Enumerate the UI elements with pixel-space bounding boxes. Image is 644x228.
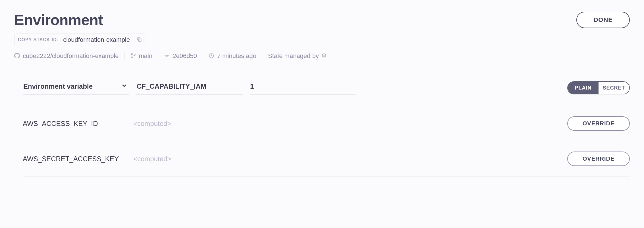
state-item: State managed by — [268, 52, 327, 60]
separator — [203, 52, 203, 60]
page-title: Environment — [14, 11, 103, 28]
env-var-value: <computed> — [133, 120, 560, 128]
var-type-value: Environment variable — [23, 80, 129, 94]
var-name-input[interactable] — [136, 80, 243, 94]
branch-link[interactable]: main — [130, 52, 153, 60]
state-label: State managed by — [268, 52, 319, 60]
stack-id-row: COPY STACK ID: cloudformation-example — [14, 34, 630, 46]
github-icon — [14, 53, 20, 59]
toggle-plain[interactable]: PLAIN — [568, 82, 599, 94]
separator — [158, 52, 158, 60]
env-var-name: AWS_SECRET_ACCESS_KEY — [23, 155, 126, 163]
toggle-secret[interactable]: SECRET — [599, 82, 629, 94]
copy-stack-id-label: COPY STACK ID: — [14, 34, 62, 45]
env-var-value: <computed> — [133, 155, 560, 163]
env-var-row: AWS_SECRET_ACCESS_KEY <computed> OVERRID… — [23, 141, 630, 177]
clock-icon — [209, 53, 215, 59]
branch-text: main — [139, 52, 153, 60]
plain-secret-toggle: PLAIN SECRET — [567, 81, 630, 94]
override-button[interactable]: OVERRIDE — [567, 116, 630, 131]
svg-point-2 — [131, 53, 132, 55]
copy-icon — [136, 37, 143, 43]
meta-row: cube2222/cloudformation-example main 2e0… — [14, 52, 630, 60]
env-var-name: AWS_ACCESS_KEY_ID — [23, 120, 126, 128]
commit-link[interactable]: 2e06d50 — [164, 52, 197, 60]
env-section: Environment variable PLAIN SECRET AWS_AC… — [23, 80, 630, 177]
svg-point-3 — [131, 57, 132, 58]
stack-id-box: COPY STACK ID: cloudformation-example — [14, 34, 146, 46]
svg-point-4 — [134, 54, 135, 55]
var-value-input[interactable] — [250, 80, 356, 94]
stack-id-value: cloudformation-example — [62, 34, 133, 46]
time-item: 7 minutes ago — [209, 52, 256, 60]
var-type-select[interactable]: Environment variable — [23, 80, 129, 94]
commit-icon — [164, 53, 170, 59]
override-button[interactable]: OVERRIDE — [567, 152, 630, 166]
repo-text: cube2222/cloudformation-example — [23, 52, 119, 60]
env-var-row: AWS_ACCESS_KEY_ID <computed> OVERRIDE — [23, 106, 630, 141]
header-row: Environment DONE — [14, 11, 630, 28]
separator — [124, 52, 125, 60]
repo-link[interactable]: cube2222/cloudformation-example — [14, 52, 119, 60]
copy-stack-id-button[interactable] — [133, 34, 146, 45]
done-button[interactable]: DONE — [576, 12, 630, 28]
svg-point-5 — [166, 55, 168, 57]
time-text: 7 minutes ago — [217, 52, 256, 60]
separator — [262, 52, 262, 60]
commit-text: 2e06d50 — [173, 52, 197, 60]
branch-icon — [130, 53, 137, 59]
spacelift-icon — [321, 53, 327, 59]
new-var-row: Environment variable PLAIN SECRET — [23, 80, 630, 106]
